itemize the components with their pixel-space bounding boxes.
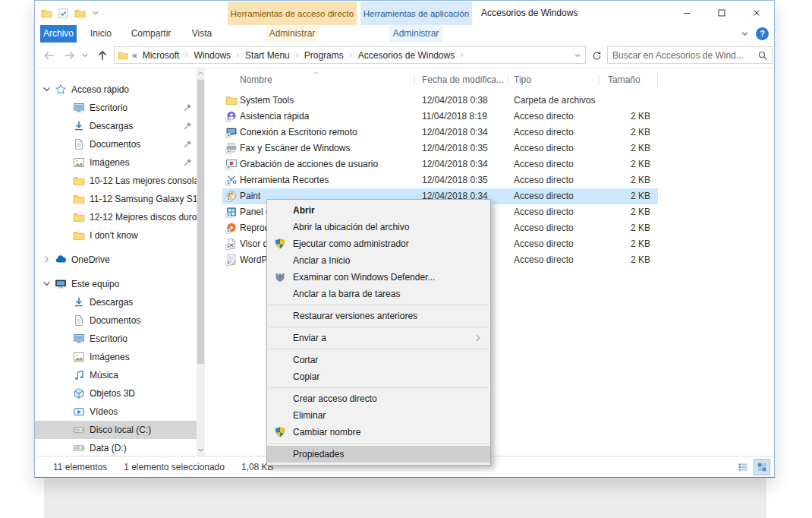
context-menu-item-label: Cortar [293,355,318,365]
menu-separator [269,443,489,444]
file-type: Acceso directo [514,252,574,268]
file-name: Asistencia rápida [240,109,309,125]
file-row[interactable]: Conexión a Escritorio remoto12/04/2018 0… [222,125,658,141]
folder-icon [225,94,238,106]
menu-separator [269,349,489,349]
file-size: 2 KB [597,141,650,156]
chevron-right-icon [473,333,483,343]
file-row[interactable]: Herramienta Recortes12/04/2018 0:35Acces… [222,172,658,188]
context-menu-item-label: Cambiar nombre [293,427,360,437]
file-type: Carpeta de archivos [514,93,595,109]
context-menu-item-label: Crear acceso directo [293,393,377,404]
view-toggles [735,460,770,475]
file-type: Acceso directo [514,109,574,125]
snip-icon [225,174,238,186]
context-menu-item[interactable]: Crear acceso directo [267,390,490,407]
file-name: Herramienta Recortes [240,172,329,188]
paint-icon [225,190,238,202]
file-type: Acceso directo [514,188,574,204]
context-menu-item[interactable]: Examinar con Windows Defender... [267,269,490,286]
file-row[interactable]: Fax y Escáner de Windows12/04/2018 0:35A… [222,141,658,156]
large-icons-view-icon [757,462,767,472]
file-size: 2 KB [597,204,650,220]
context-menu-item-label: Abrir la ubicación del archivo [293,222,409,232]
file-name: Grabación de acciones de usuario [240,156,378,172]
media-icon [225,222,238,234]
file-type: Acceso directo [514,156,574,172]
status-item-count: 11 elementos [53,462,107,472]
menu-separator [269,305,489,305]
large-icons-view-button[interactable] [754,460,770,475]
rdp-icon [225,126,238,138]
file-row[interactable]: System Tools12/04/2018 0:38Carpeta de ar… [222,93,658,109]
context-menu-item-label: Enviar a [293,333,326,343]
file-name: Conexión a Escritorio remoto [240,125,357,141]
file-size: 2 KB [597,220,650,236]
explorer-window: Herramientas de acceso directo Herramien… [34,0,775,478]
details-view-button[interactable] [735,460,751,475]
file-type: Acceso directo [514,220,574,236]
context-menu-item[interactable]: Propiedades [267,446,490,463]
details-view-icon [738,462,748,472]
file-type: Acceso directo [514,125,574,141]
fax-icon [225,142,238,154]
context-menu-item-label: Restaurar versiones anteriores [293,311,417,321]
context-menu-item-label: Anclar a la barra de tareas [293,289,400,299]
shield-icon [274,238,286,250]
context-menu-item-label: Ejecutar como administrador [293,238,409,249]
context-menu-item[interactable]: Copiar [267,368,490,385]
context-menu-item-label: Anclar a Inicio [293,255,350,266]
file-size: 2 KB [597,236,650,252]
context-menu-item[interactable]: Abrir [267,202,490,219]
context-menu-item-label: Propiedades [293,449,344,460]
assist-icon [225,110,238,122]
context-menu-item[interactable]: Ejecutar como administrador [267,235,490,252]
file-row[interactable]: Grabación de acciones de usuario12/04/20… [222,156,658,172]
context-menu: AbrirAbrir la ubicación del archivoEjecu… [266,199,491,466]
shield-icon [274,426,286,438]
context-menu-item-label: Eliminar [293,410,326,421]
file-size: 2 KB [597,188,650,204]
file-name: System Tools [240,93,294,109]
menu-separator [269,387,489,388]
viewer-icon [225,238,238,250]
file-name: Fax y Escáner de Windows [240,141,350,156]
file-name: Paint [240,188,260,204]
file-date: 11/04/2018 8:19 [422,109,487,125]
defender-icon [274,271,286,283]
context-menu-item[interactable]: Anclar a Inicio [267,252,490,269]
context-menu-item[interactable]: Restaurar versiones anteriores [267,308,490,324]
context-menu-item[interactable]: Abrir la ubicación del archivo [267,219,490,235]
file-type: Acceso directo [514,172,574,188]
file-size: 2 KB [597,172,650,188]
context-menu-item[interactable]: Cortar [267,352,490,368]
file-date: 12/04/2018 0:38 [422,93,488,109]
file-date: 12/04/2018 0:35 [422,172,488,188]
status-selection: 1 elemento seleccionado [124,462,225,472]
control-icon [225,206,238,218]
file-row[interactable]: Asistencia rápida11/04/2018 8:19Acceso d… [222,109,658,125]
file-size: 2 KB [597,156,650,172]
wordpad-icon [225,254,238,266]
context-menu-item[interactable]: Enviar a [267,330,490,346]
file-date: 12/04/2018 0:34 [422,156,488,172]
context-menu-item[interactable]: Eliminar [267,407,490,424]
file-date: 12/04/2018 0:34 [422,125,488,141]
file-size: 2 KB [597,125,650,141]
file-type: Acceso directo [514,141,574,156]
menu-separator [269,327,489,327]
file-type: Acceso directo [514,204,574,220]
context-menu-item-label: Abrir [293,205,315,216]
file-size: 2 KB [597,252,650,268]
file-type: Acceso directo [514,236,574,252]
context-menu-item[interactable]: Cambiar nombre [267,424,490,441]
file-date: 12/04/2018 0:35 [422,141,488,156]
context-menu-item-label: Examinar con Windows Defender... [293,272,435,283]
file-size: 2 KB [597,109,650,125]
page: Herramientas de acceso directo Herramien… [0,0,812,518]
background-strip [44,479,766,518]
recorder-icon [225,158,238,170]
context-menu-item-label: Copiar [293,371,319,382]
context-menu-item[interactable]: Anclar a la barra de tareas [267,286,490,302]
